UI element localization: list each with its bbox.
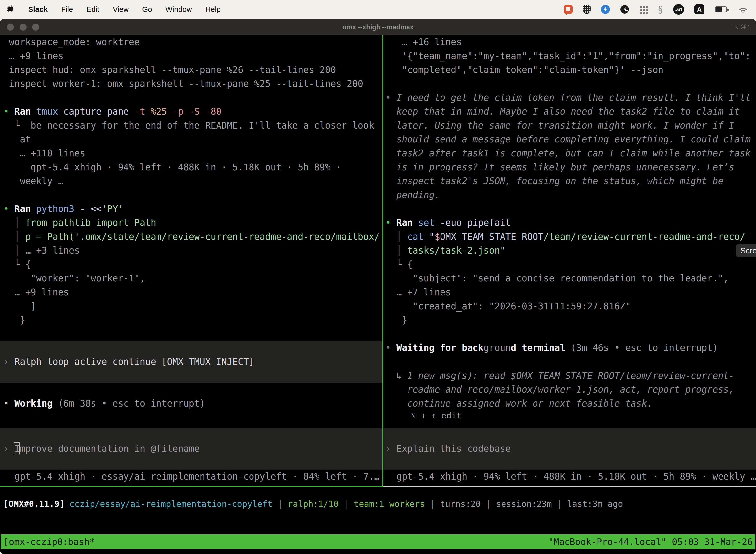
- prompt-input-right[interactable]: › Explain this codebase: [383, 428, 756, 469]
- left-working-status: • Working (6m 38s • esc to interrupt): [3, 383, 382, 410]
- terminal-line: }: [385, 313, 756, 327]
- terminal-text: |: [430, 499, 440, 509]
- terminal-text: └ {: [3, 259, 31, 270]
- terminal-text: mprove documentation in @filename: [20, 443, 200, 454]
- terminal-text: at: [3, 134, 31, 145]
- text-cursor: I: [14, 443, 20, 454]
- terminal-line: │ cat "$OMX_TEAM_STATE_ROOT/team/review-…: [385, 230, 756, 244]
- terminal-line: is in progress? It seems likely but perh…: [385, 160, 756, 174]
- terminal-text: •: [385, 92, 396, 103]
- right-model-status: gpt-5.4 xhigh · 94% left · 488K in · 5.1…: [385, 469, 756, 484]
- count-badge[interactable]: ..61: [673, 4, 684, 15]
- wifi-icon[interactable]: [738, 5, 749, 13]
- blue-bolt-icon[interactable]: [601, 5, 610, 14]
- terminal-line: • Ran set -euo pipefail: [385, 216, 756, 230]
- terminal-text: Ran: [14, 204, 36, 214]
- battery-icon[interactable]: [715, 6, 727, 12]
- terminal-line: "created_at": "2026-03-31T11:59:27.816Z": [385, 299, 756, 313]
- pie-meter-icon[interactable]: [620, 5, 629, 14]
- terminal-text: cat: [407, 231, 429, 242]
- terminal-text: |: [277, 499, 288, 509]
- terminal-line: '{"team_name":"my-team","task_id":"1","f…: [385, 49, 756, 63]
- menu-app-name[interactable]: Slack: [28, 5, 48, 14]
- terminal-text: │: [385, 245, 407, 256]
- terminal-text: capture-pane: [63, 106, 134, 117]
- pane-hud[interactable]: workspace_mode: worktree … +9 lines insp…: [0, 35, 382, 487]
- menu-window[interactable]: Window: [166, 5, 192, 14]
- menu-help[interactable]: Help: [205, 5, 221, 14]
- terminal-window: omx --xhigh --madmax ⌥⌘1 workspace_mode:…: [0, 19, 756, 554]
- window-title-bar[interactable]: omx --xhigh --madmax ⌥⌘1: [0, 19, 756, 35]
- terminal-text: |: [486, 499, 496, 509]
- terminal-text: task2 after task1 is complete, but can I…: [385, 148, 751, 159]
- pane-worker-1[interactable]: … +16 lines '{"team_name":"my-team","tas…: [383, 35, 756, 487]
- terminal-line: gpt-5.4 xhigh · essay/ai-reimplementatio…: [3, 469, 382, 484]
- terminal-line: [385, 355, 756, 369]
- terminal-text: tmux: [36, 106, 63, 117]
- omx-status-line: [OMX#0.11.9] cczip/essay/ai-reimplementa…: [0, 487, 756, 511]
- terminal-line: • Working (6m 38s • esc to interrupt): [3, 397, 382, 410]
- terminal-text: │: [3, 231, 25, 242]
- input-source-badge[interactable]: A: [694, 4, 704, 14]
- menu-file[interactable]: File: [61, 5, 73, 14]
- terminal-text: inspect task2's JSON, focusing on the st…: [385, 176, 723, 186]
- terminal-line: │ … +3 lines: [3, 244, 382, 258]
- terminal-text: … +110 lines: [3, 148, 85, 159]
- terminal-text: /team/review-current-readme-and-reco/: [544, 231, 745, 242]
- terminal-text: ›: [3, 443, 14, 454]
- terminal-text: Ran: [14, 106, 36, 117]
- terminal-text: ": [500, 245, 505, 256]
- terminal-text: Explain this codebase: [396, 443, 511, 454]
- terminal-line: "completed","claim_token":"claim-token"}…: [385, 63, 756, 77]
- terminal-text: Ralph loop active continue [OMX_TMUX_INJ…: [14, 356, 254, 367]
- terminal-text: 'PY': [102, 204, 124, 214]
- apple-menu-icon[interactable]: [7, 5, 15, 14]
- tmux-session-label[interactable]: [omx-cczip0:bash*: [3, 537, 95, 547]
- terminal-text: Working: [14, 398, 58, 409]
- terminal-line: • Ran tmux capture-pane -t %25 -p -S -80: [3, 105, 382, 119]
- ralph-loop-band[interactable]: › Ralph loop active continue [OMX_TMUX_I…: [0, 341, 382, 383]
- terminal-line: [3, 327, 382, 341]
- terminal-text: └ be necessary for the end of the README…: [3, 120, 374, 131]
- terminal-line: … +9 lines: [3, 285, 382, 299]
- terminal-line: • Ran python3 - <<'PY': [3, 202, 382, 216]
- terminal-line: "subject": "send a concise recommendatio…: [385, 272, 756, 285]
- terminal-text: … +7 lines: [385, 287, 451, 297]
- terminal-text: cczip/essay/ai-reimplementation-copyleft: [69, 499, 277, 509]
- terminal-text: readme-and-reco/mailbox/worker-1.json, a…: [385, 384, 734, 395]
- terminal-line: gpt-5.4 xhigh · 94% left · 488K in · 5.1…: [385, 469, 756, 484]
- terminal-text: p = Path('.omx/state/team/review-current…: [25, 231, 379, 242]
- window-bottom-edge: [0, 549, 756, 554]
- menu-edit[interactable]: Edit: [86, 5, 100, 14]
- terminal-line: weekly …: [3, 174, 382, 188]
- terminal-line: readme-and-reco/mailbox/worker-1.json, a…: [385, 383, 756, 397]
- menu-view[interactable]: View: [113, 5, 128, 14]
- left-model-status: gpt-5.4 xhigh · essay/ai-reimplementatio…: [3, 469, 382, 484]
- terminal-text: … +9 lines: [3, 287, 69, 297]
- slack-chat-icon[interactable]: [564, 5, 573, 14]
- terminal-text: keep that in mind. Maybe I also need the…: [385, 106, 740, 117]
- terminal-text: inspect_hud: omx sparkshell --tmux-pane …: [3, 64, 336, 75]
- terminal-line: workspace_mode: worktree: [3, 35, 382, 49]
- terminal-text: (3m 46s • esc to interrupt): [571, 342, 718, 353]
- terminal-text: "completed","claim_token":"claim-token"}…: [385, 64, 664, 75]
- right-scrollback: … +16 lines '{"team_name":"my-team","tas…: [385, 35, 756, 421]
- terminal-line: gpt-5.4 xhigh · 94% left · 488K in · 5.1…: [3, 160, 382, 174]
- terminal-line: [385, 77, 756, 91]
- terminal-line: at: [3, 132, 382, 147]
- tmux-host-clock: "MacBook-Pro-44.local" 05:03 31-Mar-26: [548, 537, 753, 547]
- terminal-text: -t: [134, 106, 150, 117]
- menu-go[interactable]: Go: [142, 5, 152, 14]
- dots-grid-icon[interactable]: [639, 5, 648, 14]
- shield-icon[interactable]: [583, 5, 590, 14]
- squiggle-icon[interactable]: §: [658, 4, 663, 15]
- terminal-text: turns:20: [440, 499, 486, 509]
- terminal-text: gpt-5.4 xhigh · 94% left · 488K in · 5.1…: [385, 471, 756, 482]
- prompt-input-left[interactable]: › Improve documentation in @filename: [0, 428, 382, 469]
- terminal-text: should send a message before completing …: [385, 134, 751, 145]
- window-shortcut-hint: ⌥⌘1: [733, 23, 751, 31]
- terminal-text: OMX_TEAM_STATE_ROOT: [440, 231, 544, 242]
- terminal-line: ]: [3, 299, 382, 313]
- terminal-text: workspace_mode: worktree: [3, 37, 140, 47]
- terminal-line: [3, 91, 382, 105]
